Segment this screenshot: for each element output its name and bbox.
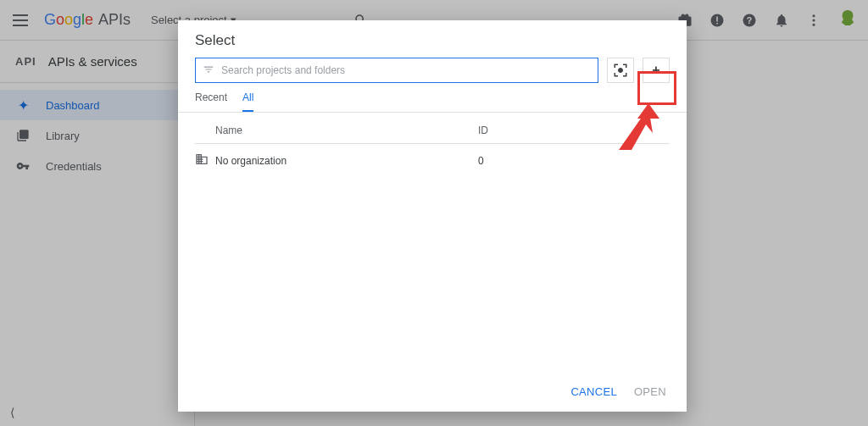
search-input[interactable]	[221, 64, 591, 76]
tab-label: All	[242, 91, 253, 103]
dialog-title: Select	[178, 20, 687, 58]
select-project-dialog: Select + Recent All Name ID No organizat…	[178, 20, 687, 412]
tab-label: Recent	[195, 91, 227, 103]
table-row[interactable]: No organization 0	[195, 144, 670, 177]
table-header: Name ID	[195, 124, 670, 144]
tab-recent[interactable]: Recent	[195, 91, 227, 112]
row-name: No organization	[215, 155, 478, 167]
cancel-button[interactable]: CANCEL	[570, 385, 617, 398]
org-icon	[195, 152, 215, 169]
filter-icon	[203, 64, 214, 78]
svg-marker-9	[637, 103, 659, 119]
open-button[interactable]: OPEN	[634, 385, 666, 398]
tab-all[interactable]: All	[242, 91, 253, 112]
new-project-button[interactable]: +	[643, 58, 670, 83]
col-name: Name	[215, 124, 478, 136]
scan-button[interactable]	[607, 58, 634, 83]
search-box[interactable]	[195, 58, 598, 83]
